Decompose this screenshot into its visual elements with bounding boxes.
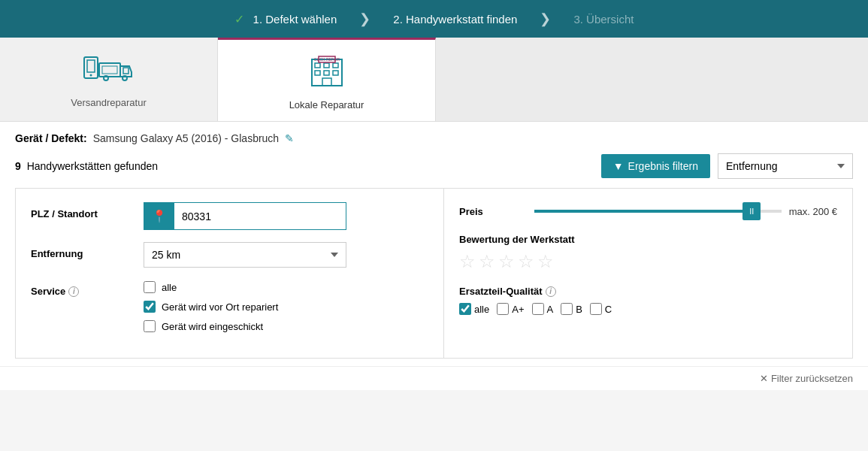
svg-point-4 — [104, 76, 108, 80]
stepper-step3[interactable]: 3. Übersicht — [558, 13, 649, 26]
service-checkbox-group: alle Gerät wird vor Ort repariert Gerät … — [144, 281, 428, 332]
service-checkbox-vor-ort[interactable] — [144, 301, 156, 313]
svg-rect-7 — [123, 68, 129, 74]
versand-icon — [83, 51, 135, 91]
plz-label: PLZ / Standort — [31, 202, 129, 219]
filter-right: Preis II max. 200 € Bewertung der Werkst… — [444, 189, 852, 358]
stepper-step2-label: 2. Handywerkstatt finden — [393, 13, 517, 26]
svg-point-5 — [122, 76, 127, 80]
price-max: max. 200 € — [789, 206, 837, 217]
plz-input[interactable] — [174, 204, 340, 229]
main-content: Gerät / Defekt: Samsung Galaxy A5 (2016)… — [0, 122, 868, 366]
filter-bar: 9 Handywerkstätten gefunden ▼ Ergebnis f… — [15, 153, 853, 179]
lokal-icon: CLICK REPAIR — [301, 53, 353, 93]
distance-select-wrapper: 5 km10 km25 km50 km100 km — [144, 242, 428, 268]
filter-icon: ▼ — [613, 160, 624, 172]
quality-checkbox-c[interactable] — [590, 303, 602, 315]
tab-versandreparatur-label: Versandreparatur — [71, 97, 146, 108]
star-2[interactable]: ☆ — [479, 251, 495, 272]
device-value: Samsung Galaxy A5 (2016) - Glasbruch — [93, 132, 279, 144]
service-row: Service i alle Gerät wird vor Ort repari… — [31, 280, 428, 332]
svg-rect-13 — [324, 71, 329, 75]
filter-left: PLZ / Standort 📍 Entfernung — [16, 189, 444, 358]
filter-button[interactable]: ▼ Ergebnis filtern — [601, 154, 710, 178]
star-1[interactable]: ☆ — [459, 251, 476, 272]
service-option-eingeschickt[interactable]: Gerät wird eingeschickt — [144, 320, 428, 332]
service-option-vor-ort[interactable]: Gerät wird vor Ort repariert — [144, 301, 428, 313]
stepper-arrow1: ❯ — [352, 11, 378, 27]
svg-rect-9 — [315, 63, 320, 68]
quality-info-icon[interactable]: i — [546, 286, 556, 297]
quality-a[interactable]: A — [532, 303, 554, 315]
svg-rect-10 — [324, 63, 329, 68]
rating-section: Bewertung der Werkstatt ☆ ☆ ☆ ☆ ☆ — [459, 234, 837, 272]
stepper-step1[interactable]: ✓ 1. Defekt wählen — [219, 12, 352, 26]
stepper-step1-label: 1. Defekt wählen — [253, 13, 337, 26]
stepper-arrow2: ❯ — [532, 11, 558, 27]
service-label: Service i — [31, 280, 129, 297]
quality-checkbox-b[interactable] — [561, 303, 573, 315]
quality-section: Ersatzteil-Qualität i alle A+ A — [459, 286, 837, 315]
plz-location-button[interactable]: 📍 — [144, 203, 174, 229]
stars-row: ☆ ☆ ☆ ☆ ☆ — [459, 251, 837, 272]
service-info-icon[interactable]: i — [68, 286, 79, 297]
edit-icon[interactable]: ✎ — [285, 132, 294, 144]
plz-row: PLZ / Standort 📍 — [31, 202, 428, 230]
quality-checkboxes: alle A+ A B — [459, 303, 837, 315]
service-checkbox-eingeschickt[interactable] — [144, 320, 156, 332]
filter-panel: PLZ / Standort 📍 Entfernung — [15, 188, 853, 359]
svg-point-2 — [89, 74, 92, 77]
filter-controls: ▼ Ergebnis filtern EntfernungPreisBewert… — [601, 153, 853, 179]
found-count: 9 Handywerkstätten gefunden — [15, 160, 158, 172]
reset-filter-button[interactable]: ✕ Filter zurücksetzen — [760, 373, 853, 384]
quality-alle[interactable]: alle — [459, 303, 489, 315]
service-checkboxes: alle Gerät wird vor Ort repariert Gerät … — [144, 280, 428, 332]
svg-rect-1 — [87, 60, 95, 72]
price-thumb[interactable]: II — [742, 202, 761, 220]
star-4[interactable]: ☆ — [518, 251, 534, 272]
device-label: Gerät / Defekt: — [15, 132, 87, 144]
svg-rect-14 — [333, 71, 338, 75]
tab-lokalereparatur[interactable]: CLICK REPAIR Lokale Reparatur — [218, 38, 436, 121]
service-checkbox-alle[interactable] — [144, 281, 156, 293]
svg-rect-12 — [315, 71, 320, 75]
stepper: ✓ 1. Defekt wählen ❯ 2. Handywerkstatt f… — [0, 0, 868, 38]
quality-label: Ersatzteil-Qualität i — [459, 286, 837, 297]
sort-select[interactable]: EntfernungPreisBewertung — [718, 153, 853, 179]
svg-rect-6 — [102, 66, 117, 74]
price-fill — [534, 210, 752, 213]
stepper-step3-label: 3. Übersicht — [573, 13, 634, 26]
plz-input-wrapper: 📍 — [144, 202, 428, 230]
stepper-step2[interactable]: 2. Handywerkstatt finden — [378, 13, 532, 26]
tab-versandreparatur[interactable]: Versandreparatur — [0, 38, 218, 121]
location-icon: 📍 — [152, 209, 167, 223]
distance-row: Entfernung 5 km10 km25 km50 km100 km — [31, 242, 428, 268]
distance-select[interactable]: 5 km10 km25 km50 km100 km — [144, 242, 346, 268]
price-label: Preis — [459, 206, 527, 217]
quality-checkbox-alle[interactable] — [459, 303, 471, 315]
star-3[interactable]: ☆ — [498, 251, 515, 272]
checkmark-icon: ✓ — [234, 12, 244, 26]
quality-checkbox-a[interactable] — [532, 303, 544, 315]
tab-lokalereparatur-label: Lokale Reparatur — [289, 99, 364, 110]
quality-b[interactable]: B — [561, 303, 582, 315]
footer-bar: ✕ Filter zurücksetzen — [0, 366, 868, 390]
svg-rect-11 — [333, 63, 338, 68]
repair-type-tabs: Versandreparatur CLICK REPAIR Lokale Rep… — [0, 38, 868, 122]
rating-label: Bewertung der Werkstatt — [459, 234, 837, 245]
device-info-row: Gerät / Defekt: Samsung Galaxy A5 (2016)… — [15, 132, 853, 144]
svg-rect-15 — [322, 78, 331, 86]
distance-label: Entfernung — [31, 242, 129, 259]
reset-icon: ✕ — [760, 373, 768, 384]
price-section: Preis II max. 200 € — [459, 202, 837, 220]
quality-c[interactable]: C — [590, 303, 612, 315]
star-5[interactable]: ☆ — [537, 251, 554, 272]
svg-text:CLICK REPAIR: CLICK REPAIR — [313, 57, 340, 62]
quality-aplus[interactable]: A+ — [497, 303, 524, 315]
service-option-alle[interactable]: alle — [144, 281, 428, 293]
quality-checkbox-aplus[interactable] — [497, 303, 509, 315]
